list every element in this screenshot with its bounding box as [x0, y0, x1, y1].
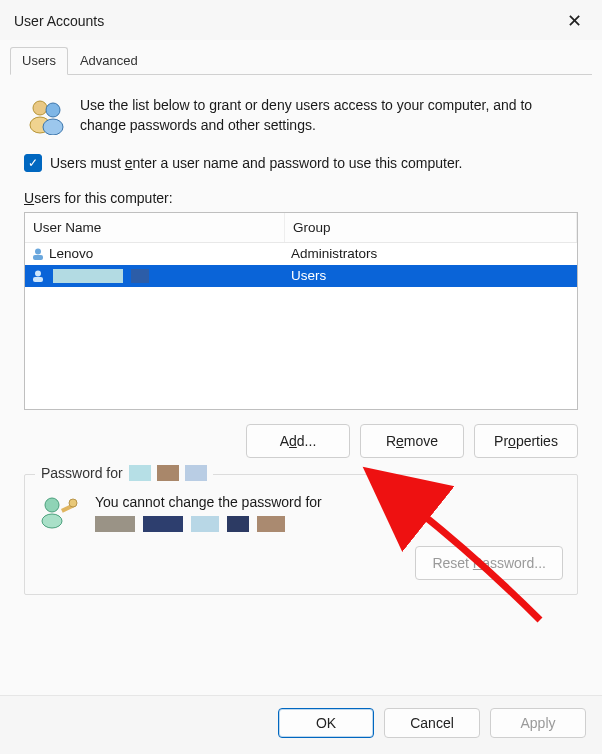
cancel-button[interactable]: Cancel — [384, 708, 480, 738]
password-groupbox: Password for You cannot change the passw… — [24, 474, 578, 596]
window-title: User Accounts — [14, 13, 104, 29]
tab-strip: Users Advanced — [10, 46, 592, 75]
listview-header: User Name Group — [25, 213, 577, 243]
svg-point-9 — [42, 514, 62, 528]
must-enter-checkbox[interactable]: ✓ — [24, 154, 42, 172]
svg-point-4 — [35, 248, 41, 254]
redacted-swatch — [157, 465, 179, 481]
users-listview[interactable]: User Name Group Lenovo Administrators — [24, 212, 578, 410]
tab-advanced[interactable]: Advanced — [68, 47, 150, 75]
ok-button[interactable]: OK — [278, 708, 374, 738]
svg-rect-7 — [33, 277, 43, 282]
password-legend: Password for — [35, 465, 213, 481]
svg-point-0 — [33, 101, 47, 115]
tab-users[interactable]: Users — [10, 47, 68, 75]
svg-point-11 — [69, 499, 77, 507]
table-row[interactable]: Lenovo Administrators — [25, 243, 577, 265]
close-icon[interactable]: ✕ — [560, 10, 588, 32]
table-row[interactable]: Users — [25, 265, 577, 287]
reset-password-button: Reset Password... — [415, 546, 563, 580]
user-icon — [31, 269, 45, 283]
must-enter-label: Users must enter a user name and passwor… — [50, 155, 462, 171]
svg-point-8 — [45, 498, 59, 512]
key-icon — [39, 493, 79, 529]
svg-point-6 — [35, 270, 41, 276]
users-icon — [26, 95, 66, 135]
group-cell: Users — [285, 266, 577, 285]
user-name-cell: Lenovo — [49, 246, 93, 261]
add-button[interactable]: Add... — [246, 424, 350, 458]
user-icon — [31, 247, 45, 261]
remove-button[interactable]: Remove — [360, 424, 464, 458]
properties-button[interactable]: Properties — [474, 424, 578, 458]
redacted-swatch — [185, 465, 207, 481]
intro-text: Use the list below to grant or deny user… — [80, 95, 576, 136]
redacted-swatch — [129, 465, 151, 481]
group-cell: Administrators — [285, 244, 577, 263]
svg-point-3 — [43, 119, 63, 135]
svg-point-2 — [46, 103, 60, 117]
svg-rect-5 — [33, 255, 43, 260]
cannot-change-text: You cannot change the password for — [95, 493, 322, 513]
apply-button: Apply — [490, 708, 586, 738]
users-list-label: Users for this computer: — [24, 190, 578, 206]
column-user-name[interactable]: User Name — [25, 213, 285, 242]
column-group[interactable]: Group — [285, 213, 577, 242]
redacted-username — [131, 269, 149, 283]
redacted-username — [53, 269, 123, 283]
redacted-line — [95, 516, 322, 532]
